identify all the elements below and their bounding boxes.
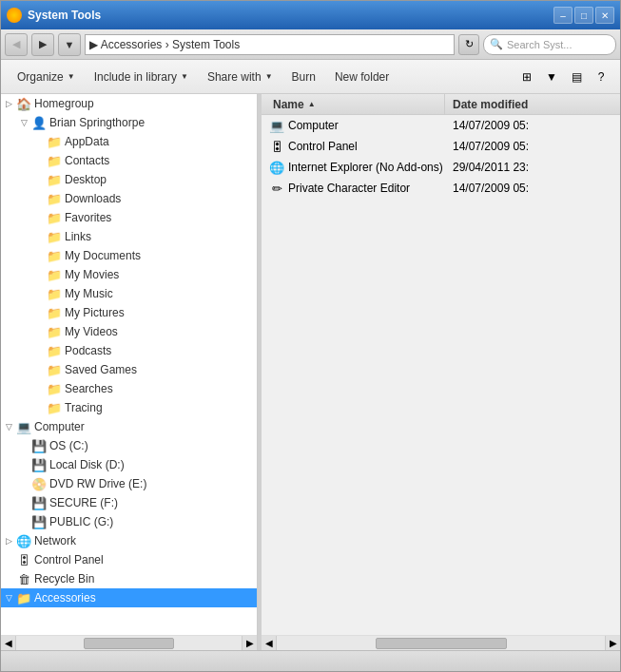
sidebar-item-label: Network <box>34 534 76 547</box>
view-arrow-button[interactable]: ▼ <box>540 66 563 88</box>
content-scroll-right[interactable]: ▶ <box>605 636 620 651</box>
help-button[interactable]: ? <box>590 66 612 88</box>
folder-icon: 📁 <box>47 381 62 396</box>
sidebar-item-appdata[interactable]: 📁AppData <box>1 132 257 151</box>
sidebar-item-label: Favorites <box>65 211 111 224</box>
sidebar-item-mydocs[interactable]: 📁My Documents <box>1 246 257 265</box>
sidebar-item-mymusic[interactable]: 📁My Music <box>1 284 257 303</box>
sidebar-item-label: PUBLIC (G:) <box>49 515 113 528</box>
sidebar-item-accessories[interactable]: ▽📁Accessories <box>1 588 257 607</box>
organize-label: Organize <box>17 70 64 84</box>
sidebar-item-label: Control Panel <box>34 553 104 566</box>
new-folder-label: New folder <box>335 70 389 84</box>
sidebar-scroll-track[interactable] <box>16 636 242 651</box>
sidebar-item-tracing[interactable]: 📁Tracing <box>1 398 257 417</box>
drive-icon: 💾 <box>31 438 47 453</box>
sidebar-item-myvideos[interactable]: 📁My Videos <box>1 322 257 341</box>
sidebar-item-controlpanel[interactable]: 🎛Control Panel <box>1 550 257 569</box>
folder-icon: 📁 <box>16 590 31 605</box>
sidebar-item-locald[interactable]: 💾Local Disk (D:) <box>1 455 257 474</box>
view-toggle-button[interactable]: ⊞ <box>515 66 538 88</box>
user-icon: 👤 <box>31 115 47 130</box>
sidebar-item-contacts[interactable]: 📁Contacts <box>1 151 257 170</box>
content-list[interactable]: Name ▲ Date modified 💻Computer14/07/2009… <box>262 94 620 635</box>
column-name-header[interactable]: Name ▲ <box>265 94 445 114</box>
sidebar-item-mypictures[interactable]: 📁My Pictures <box>1 303 257 322</box>
list-item-controlpanel[interactable]: 🎛Control Panel14/07/2009 05: <box>262 136 620 157</box>
list-item-name-pce: ✏Private Character Editor <box>265 181 445 196</box>
content-scroll-left[interactable]: ◀ <box>262 636 277 651</box>
forward-button[interactable]: ▶ <box>31 33 54 56</box>
tree-toggle-icon[interactable]: ▽ <box>1 593 16 603</box>
help-icon: ? <box>598 70 605 84</box>
tree-toggle-icon[interactable]: ▷ <box>1 99 16 108</box>
sidebar-scroll[interactable]: ▷🏠Homegroup▽👤Brian Springthorpe📁AppData📁… <box>1 94 257 635</box>
sidebar-item-dvde[interactable]: 📀DVD RW Drive (E:) <box>1 474 257 493</box>
sidebar-item-desktop[interactable]: 📁Desktop <box>1 170 257 189</box>
sidebar-item-publicg[interactable]: 💾PUBLIC (G:) <box>1 512 257 531</box>
folder-icon: 📁 <box>47 153 62 168</box>
sidebar-item-homegroup[interactable]: ▷🏠Homegroup <box>1 94 257 113</box>
list-item-date-computer: 14/07/2009 05: <box>445 119 616 132</box>
close-button[interactable]: ✕ <box>595 7 614 24</box>
folder-icon: 📁 <box>47 134 62 149</box>
sidebar-item-podcasts[interactable]: 📁Podcasts <box>1 341 257 360</box>
new-folder-button[interactable]: New folder <box>326 64 398 90</box>
share-with-arrow-icon: ▼ <box>265 72 273 81</box>
sidebar-item-mymovies[interactable]: 📁My Movies <box>1 265 257 284</box>
sidebar-item-label: My Movies <box>65 268 119 281</box>
maximize-button[interactable]: □ <box>574 7 593 24</box>
sidebar-item-downloads[interactable]: 📁Downloads <box>1 189 257 208</box>
preview-pane-button[interactable]: ▤ <box>565 66 588 88</box>
search-box[interactable]: 🔍 Search Syst... <box>483 34 616 55</box>
sidebar-item-label: My Music <box>65 287 113 300</box>
sidebar-item-recycle[interactable]: 🗑Recycle Bin <box>1 569 257 588</box>
organize-button[interactable]: Organize ▼ <box>9 64 84 90</box>
drive-icon: 💾 <box>31 457 47 472</box>
sidebar-item-searches[interactable]: 📁Searches <box>1 379 257 398</box>
sidebar-item-network[interactable]: ▷🌐Network <box>1 531 257 550</box>
burn-label: Burn <box>292 70 316 84</box>
address-text: ▶ Accessories › System Tools <box>89 38 240 51</box>
sidebar-item-label: Podcasts <box>65 344 111 357</box>
column-date-header[interactable]: Date modified <box>445 94 616 114</box>
title-bar-controls: – □ ✕ <box>553 7 614 24</box>
content-scroll-track[interactable] <box>277 636 605 651</box>
drive-icon: 💾 <box>31 514 47 529</box>
share-with-button[interactable]: Share with ▼ <box>199 64 281 90</box>
sidebar-scroll-left[interactable]: ◀ <box>1 636 16 651</box>
sidebar-item-links[interactable]: 📁Links <box>1 227 257 246</box>
organize-arrow-icon: ▼ <box>68 72 75 81</box>
sidebar-item-osc[interactable]: 💾OS (C:) <box>1 436 257 455</box>
sidebar-scroll-right[interactable]: ▶ <box>242 636 257 651</box>
list-item-icon-computer: 💻 <box>269 118 284 133</box>
sidebar-item-computer[interactable]: ▽💻Computer <box>1 417 257 436</box>
list-item-computer[interactable]: 💻Computer14/07/2009 05: <box>262 115 620 136</box>
sidebar-item-favorites[interactable]: 📁Favorites <box>1 208 257 227</box>
recent-pages-button[interactable]: ▼ <box>58 33 81 56</box>
column-date-label: Date modified <box>453 98 528 111</box>
sidebar-item-label: Homegroup <box>34 97 94 110</box>
list-item-ie[interactable]: 🌐Internet Explorer (No Add-ons)29/04/201… <box>262 157 620 178</box>
include-library-button[interactable]: Include in library ▼ <box>86 64 197 90</box>
content-pane: Name ▲ Date modified 💻Computer14/07/2009… <box>262 94 620 650</box>
address-bar[interactable]: ▶ Accessories › System Tools <box>85 34 455 55</box>
sidebar-item-label: Brian Springthorpe <box>49 116 145 129</box>
title-bar-left: System Tools <box>7 8 101 23</box>
sidebar-item-brian[interactable]: ▽👤Brian Springthorpe <box>1 113 257 132</box>
sidebar-item-savedgames[interactable]: 📁Saved Games <box>1 360 257 379</box>
folder-icon: 📁 <box>47 229 62 244</box>
search-placeholder: Search Syst... <box>507 39 572 50</box>
back-button[interactable]: ◀ <box>5 33 28 56</box>
refresh-button[interactable]: ↻ <box>458 34 479 55</box>
list-item-pce[interactable]: ✏Private Character Editor14/07/2009 05: <box>262 178 620 199</box>
minimize-button[interactable]: – <box>553 7 572 24</box>
burn-button[interactable]: Burn <box>283 64 324 90</box>
tree-toggle-icon[interactable]: ▷ <box>1 536 16 546</box>
recycle-icon: 🗑 <box>16 571 31 586</box>
sidebar-scroll-thumb[interactable] <box>84 638 174 649</box>
sidebar-item-securef[interactable]: 💾SECURE (F:) <box>1 493 257 512</box>
tree-toggle-icon[interactable]: ▽ <box>16 118 31 127</box>
content-scroll-thumb[interactable] <box>376 638 507 649</box>
tree-toggle-icon[interactable]: ▽ <box>1 422 16 432</box>
